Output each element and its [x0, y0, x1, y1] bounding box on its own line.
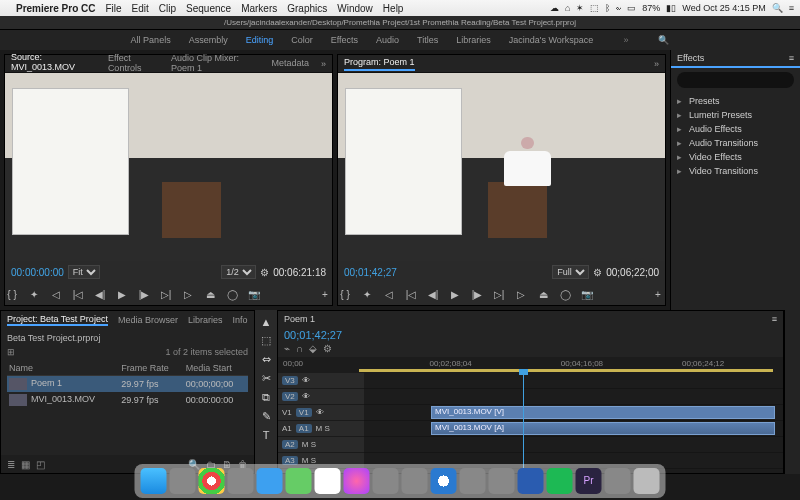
extract-button[interactable]: ◯	[558, 289, 572, 300]
effects-folder-video-effects[interactable]: Video Effects	[675, 150, 796, 164]
mark-in-button[interactable]: { }	[5, 289, 19, 300]
dropbox-icon[interactable]: ⬚	[590, 3, 599, 13]
ws-all-panels[interactable]: All Panels	[131, 35, 171, 45]
track-v2[interactable]: V2👁	[278, 389, 364, 405]
overwrite-button[interactable]: ◯	[225, 289, 239, 300]
effects-folder-presets[interactable]: Presets	[675, 94, 796, 108]
freeform-view-icon[interactable]: ◰	[36, 459, 45, 470]
panel-menu-icon[interactable]: »	[321, 59, 326, 69]
col-name[interactable]: Name	[7, 361, 119, 376]
menu-clip[interactable]: Clip	[159, 3, 176, 14]
program-fit-select[interactable]: Full	[552, 265, 589, 279]
go-out-button[interactable]: ▷	[514, 289, 528, 300]
dock-itunes[interactable]	[344, 468, 370, 494]
panel-menu-icon[interactable]: ≡	[789, 53, 794, 63]
marker-button[interactable]: ✦	[27, 289, 41, 300]
effect-controls-tab[interactable]: Effect Controls	[108, 53, 159, 75]
ws-audio[interactable]: Audio	[376, 35, 399, 45]
source-in-timecode[interactable]: 00:00:00:00	[11, 267, 64, 278]
ws-color[interactable]: Color	[291, 35, 313, 45]
ws-custom[interactable]: Jacinda's Workspace	[509, 35, 594, 45]
pen-tool[interactable]: ✎	[262, 410, 271, 423]
audio-clip[interactable]: MVI_0013.MOV [A]	[431, 422, 775, 435]
frame-fwd-button[interactable]: |▶	[137, 289, 151, 300]
project-item-clip[interactable]: MVI_0013.MOV29.97 fps00:00:00:00	[7, 392, 248, 408]
workspace-overflow-icon[interactable]: »	[623, 35, 628, 45]
razor-tool[interactable]: ✂	[262, 372, 271, 385]
dock-finder[interactable]	[141, 468, 167, 494]
linked-selection-icon[interactable]: ∩	[296, 343, 303, 354]
dock-mail[interactable]	[257, 468, 283, 494]
type-tool[interactable]: T	[263, 429, 270, 441]
step-back-button[interactable]: |◁	[404, 289, 418, 300]
effects-folder-audio-effects[interactable]: Audio Effects	[675, 122, 796, 136]
ws-assembly[interactable]: Assembly	[189, 35, 228, 45]
dock-trash[interactable]	[634, 468, 660, 494]
effects-search[interactable]	[677, 72, 794, 88]
button-editor-icon[interactable]: +	[318, 289, 332, 300]
ws-titles[interactable]: Titles	[417, 35, 438, 45]
menu-edit[interactable]: Edit	[132, 3, 149, 14]
ripple-tool[interactable]: ⇔	[262, 353, 271, 366]
app-name[interactable]: Premiere Pro CC	[16, 3, 95, 14]
source-resolution-select[interactable]: 1/2	[221, 265, 256, 279]
settings-icon[interactable]: ⚙	[323, 343, 332, 354]
track-area[interactable]: MVI_0013.MOV [V] MVI_0013.MOV [A]	[364, 373, 783, 473]
menu-help[interactable]: Help	[383, 3, 404, 14]
source-viewer[interactable]	[5, 73, 332, 261]
step-fwd-button[interactable]: ▷|	[492, 289, 506, 300]
frame-back-button[interactable]: ◀|	[93, 289, 107, 300]
dock-maps[interactable]	[286, 468, 312, 494]
dock-app[interactable]	[460, 468, 486, 494]
track-a1[interactable]: A1A1M S	[278, 421, 364, 437]
button-editor-icon[interactable]: +	[651, 289, 665, 300]
step-back-button[interactable]: |◁	[71, 289, 85, 300]
metadata-tab[interactable]: Metadata	[271, 58, 309, 70]
mark-in-button[interactable]: { }	[338, 289, 352, 300]
media-browser-tab[interactable]: Media Browser	[118, 315, 178, 325]
go-in-button[interactable]: ◁	[49, 289, 63, 300]
export-frame-button[interactable]: 📷	[580, 289, 594, 300]
selection-tool[interactable]: ▲	[261, 316, 272, 328]
col-start[interactable]: Media Start	[184, 361, 248, 376]
effects-folder-audio-transitions[interactable]: Audio Transitions	[675, 136, 796, 150]
marker-icon[interactable]: ⬙	[309, 343, 317, 354]
track-v3[interactable]: V3👁	[278, 373, 364, 389]
work-area-bar[interactable]	[359, 369, 773, 372]
dock-spotify[interactable]	[547, 468, 573, 494]
spotlight-icon[interactable]: 🔍	[772, 3, 783, 13]
effects-folder-video-transitions[interactable]: Video Transitions	[675, 164, 796, 178]
source-tab[interactable]: Source: MVI_0013.MOV	[11, 52, 96, 76]
marker-button[interactable]: ✦	[360, 289, 374, 300]
dock-app[interactable]	[228, 468, 254, 494]
bin-icon[interactable]: ⊞	[7, 347, 15, 357]
project-tab[interactable]: Project: Beta Test Project	[7, 314, 108, 326]
source-fit-select[interactable]: Fit	[68, 265, 100, 279]
go-out-button[interactable]: ▷	[181, 289, 195, 300]
dock-chrome[interactable]	[199, 468, 225, 494]
effects-folder-lumetri[interactable]: Lumetri Presets	[675, 108, 796, 122]
export-frame-button[interactable]: 📷	[247, 289, 261, 300]
time-ruler[interactable]: 00;00 00;02;08;04 00;04;16;08 00;06;24;1…	[278, 357, 783, 373]
libraries-tab[interactable]: Libraries	[188, 315, 223, 325]
wifi-icon[interactable]: ⧜	[616, 3, 621, 13]
display-icon[interactable]: ▭	[627, 3, 636, 13]
project-item-sequence[interactable]: Poem 129.97 fps00;00;00;00	[7, 376, 248, 393]
dock-app[interactable]	[402, 468, 428, 494]
panel-menu-icon[interactable]: ≡	[772, 314, 777, 324]
dock-app[interactable]	[489, 468, 515, 494]
track-select-tool[interactable]: ⬚	[261, 334, 271, 347]
program-viewer[interactable]	[338, 73, 665, 261]
dock-app[interactable]	[170, 468, 196, 494]
program-in-timecode[interactable]: 00;01;42;27	[344, 267, 397, 278]
dock-premiere[interactable]: Pr	[576, 468, 602, 494]
frame-fwd-button[interactable]: |▶	[470, 289, 484, 300]
ws-effects[interactable]: Effects	[331, 35, 358, 45]
sequence-name[interactable]: Poem 1	[284, 314, 315, 324]
playhead[interactable]	[523, 373, 524, 473]
go-in-button[interactable]: ◁	[382, 289, 396, 300]
col-fps[interactable]: Frame Rate	[119, 361, 183, 376]
notifications-icon[interactable]: ≡	[789, 3, 794, 13]
play-button[interactable]: ▶	[115, 289, 129, 300]
menu-sequence[interactable]: Sequence	[186, 3, 231, 14]
